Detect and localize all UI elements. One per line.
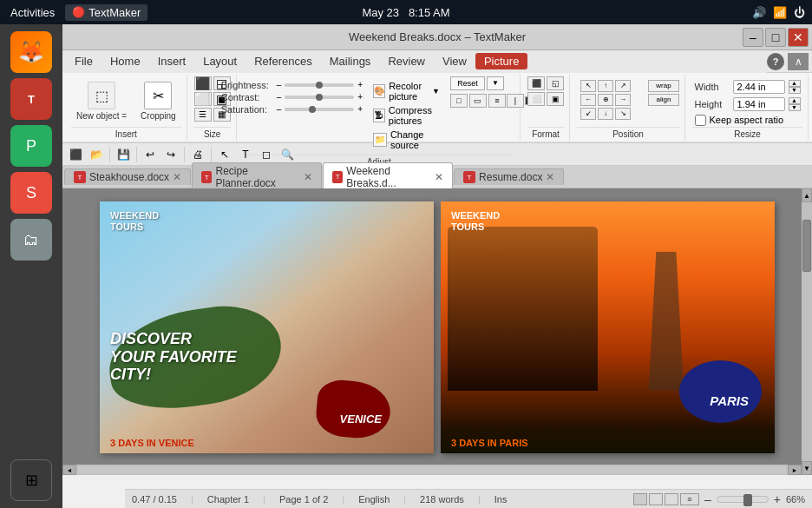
height-down[interactable]: ▼ [789, 104, 801, 111]
tab-recipe[interactable]: T Recipe Planner.docx ✕ [192, 162, 322, 191]
format-btn-2[interactable]: ◱ [547, 76, 564, 90]
help-button[interactable]: ? [767, 53, 784, 70]
pos-btn-tc[interactable]: ↑ [598, 80, 613, 92]
view-mode-1[interactable] [633, 493, 647, 505]
scroll-right-button[interactable]: ► [788, 465, 802, 475]
tab-weekend-close[interactable]: ✕ [435, 171, 443, 183]
view-mode-2[interactable] [649, 493, 663, 505]
pos-btn-bl[interactable]: ↙ [580, 108, 596, 120]
brightness-slider[interactable] [285, 83, 354, 87]
size-btn-3[interactable]: ⬜ [194, 92, 212, 106]
pos-btn-ml[interactable]: ← [580, 94, 596, 106]
minimize-button[interactable]: – [743, 28, 763, 47]
height-input[interactable] [733, 97, 785, 111]
recolor-dropdown-icon[interactable]: ▼ [432, 87, 440, 96]
width-down[interactable]: ▼ [789, 87, 801, 94]
pos-btn-mr[interactable]: → [615, 94, 631, 106]
tb-zoom[interactable]: 🔍 [278, 146, 297, 163]
page-venice[interactable]: WEEKEND TOURS DISCOVER YOUR FAVORITE CIT… [100, 201, 434, 453]
menu-review[interactable]: Review [379, 53, 434, 69]
scroll-left-button[interactable]: ◄ [62, 465, 76, 475]
size-btn-1[interactable]: ⬛ [194, 76, 212, 90]
tb-cursor[interactable]: ↖ [215, 146, 234, 163]
pos-btn-br[interactable]: ↘ [615, 108, 631, 120]
sidebar-item-slideshow[interactable]: S [10, 172, 52, 214]
tab-steakhouse-close[interactable]: ✕ [173, 171, 181, 183]
menu-references[interactable]: References [246, 53, 320, 69]
document-area[interactable]: WEEKEND TOURS DISCOVER YOUR FAVORITE CIT… [62, 188, 812, 475]
tb-save[interactable]: 💾 [114, 146, 133, 163]
menu-view[interactable]: View [434, 53, 475, 69]
close-button[interactable]: ✕ [788, 28, 809, 47]
tb-print[interactable]: 🖨 [188, 146, 207, 163]
recolor-button[interactable]: 🎨 Recolor picture ▼ [370, 80, 443, 102]
pos-btn-tr[interactable]: ↗ [615, 80, 631, 92]
saturation-slider[interactable] [285, 108, 354, 111]
format-btn-3[interactable]: ⬜ [527, 92, 545, 106]
ribbon-collapse-button[interactable]: ∧ [788, 53, 809, 70]
pos-btn-mc[interactable]: ⊕ [598, 94, 613, 106]
sidebar-item-textmaker[interactable]: T [10, 78, 52, 120]
reset-dropdown-icon[interactable]: ▼ [487, 76, 504, 90]
menu-insert[interactable]: Insert [149, 53, 195, 69]
tb-new[interactable]: ⬛ [66, 146, 85, 163]
reset-button[interactable]: Reset [450, 76, 485, 90]
change-source-button[interactable]: 📁 Change source [370, 129, 443, 151]
horizontal-scrollbar[interactable]: ◄ ► [62, 465, 802, 475]
tab-steakhouse[interactable]: T Steakhouse.docx ✕ [64, 168, 191, 185]
power-icon[interactable]: ⏻ [794, 6, 805, 19]
brightness-plus[interactable]: + [357, 80, 363, 89]
menu-picture[interactable]: Picture [475, 53, 527, 69]
saturation-minus[interactable]: – [277, 104, 282, 114]
line-style-2[interactable]: | [507, 94, 524, 108]
saturation-plus[interactable]: + [357, 104, 363, 114]
line-style-1[interactable]: ≡ [488, 94, 506, 108]
keep-aspect-checkbox[interactable] [695, 115, 706, 126]
menu-mailings[interactable]: Mailings [321, 53, 380, 69]
tb-select[interactable]: ◻ [257, 146, 276, 163]
format-btn-1[interactable]: ⬛ [527, 76, 545, 90]
align-btn[interactable]: align [648, 94, 679, 106]
zoom-minus[interactable]: – [704, 492, 711, 506]
vertical-scrollbar[interactable]: ▲ ▼ [802, 188, 812, 475]
tb-text[interactable]: T [236, 146, 255, 163]
new-object-button[interactable]: ⬚ New object = [71, 78, 132, 124]
pos-btn-bc[interactable]: ↓ [598, 108, 613, 120]
menu-file[interactable]: File [66, 53, 102, 69]
view-mode-4[interactable]: ≡ [680, 493, 699, 505]
tab-resume-close[interactable]: ✕ [546, 171, 554, 183]
contrast-plus[interactable]: + [357, 92, 363, 102]
sidebar-item-apps[interactable]: ⊞ [10, 459, 52, 501]
tb-open[interactable]: 📂 [87, 146, 106, 163]
scroll-thumb[interactable] [802, 220, 811, 272]
sidebar-item-files[interactable]: 🗂 [10, 219, 52, 261]
tab-resume[interactable]: T Resume.docx ✕ [454, 168, 564, 185]
size-btn-5[interactable]: ☰ [194, 108, 212, 122]
scroll-up-button[interactable]: ▲ [802, 188, 812, 202]
compress-button[interactable]: 🗜 Compress pictures [370, 104, 443, 127]
contrast-minus[interactable]: – [277, 92, 282, 102]
tb-undo[interactable]: ↩ [141, 146, 160, 163]
sidebar-item-presentations[interactable]: P [10, 125, 52, 167]
tab-weekend[interactable]: T Weekend Breaks.d... ✕ [323, 162, 453, 192]
format-btn-4[interactable]: ▣ [547, 92, 564, 106]
activities-button[interactable]: Activities [7, 6, 58, 19]
cropping-button[interactable]: ✂ Cropping [135, 78, 181, 124]
brightness-minus[interactable]: – [277, 80, 282, 89]
zoom-slider[interactable] [717, 496, 769, 503]
tab-recipe-close[interactable]: ✕ [304, 171, 312, 183]
tb-redo[interactable]: ↪ [161, 146, 180, 163]
menu-home[interactable]: Home [102, 53, 149, 69]
height-up[interactable]: ▲ [789, 97, 801, 104]
border-style-1[interactable]: □ [450, 94, 468, 108]
zoom-slider-thumb[interactable] [743, 494, 752, 506]
pos-btn-tl[interactable]: ↖ [580, 80, 596, 92]
page-paris[interactable]: WEEKEND TOURS PARIS 3 DAYS IN PARIS [441, 201, 775, 453]
contrast-slider[interactable] [285, 96, 354, 99]
wrap-text-btn[interactable]: wrap [648, 80, 679, 92]
border-style-2[interactable]: ▭ [469, 94, 487, 108]
width-input[interactable] [733, 80, 785, 94]
scroll-down-button[interactable]: ▼ [802, 461, 812, 475]
width-up[interactable]: ▲ [789, 80, 801, 87]
app-indicator[interactable]: 🔴 TextMaker [65, 4, 147, 21]
